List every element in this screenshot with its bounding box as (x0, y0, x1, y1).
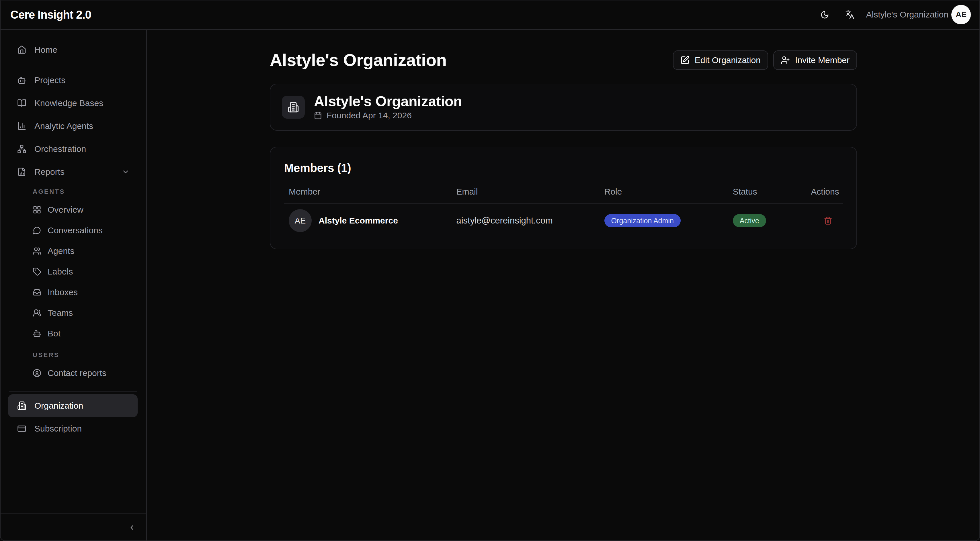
users-icon (33, 247, 41, 255)
user-plus-icon (781, 56, 790, 65)
edit-organization-button[interactable]: Edit Organization (673, 51, 768, 70)
layout-grid-icon (33, 205, 41, 214)
sidebar-item-conversations[interactable]: Conversations (32, 220, 138, 241)
languages-icon (845, 10, 854, 19)
square-pen-icon (680, 56, 690, 65)
sidebar-item-home[interactable]: Home (8, 38, 138, 61)
sidebar-item-overview[interactable]: Overview (32, 200, 138, 220)
circle-user-icon (33, 369, 41, 378)
invite-member-label: Invite Member (795, 55, 850, 65)
moon-icon (820, 10, 829, 19)
sidebar-item-inboxes[interactable]: Inboxes (32, 282, 138, 303)
sidebar-item-label: Analytic Agents (34, 121, 93, 131)
chevron-left-icon (128, 524, 135, 531)
organization-card: Alstyle's Organization Founded Apr 14, 2… (270, 84, 857, 131)
delete-member-button[interactable] (820, 214, 836, 227)
sidebar-item-label: Inboxes (48, 287, 78, 297)
app-body: Home Projects Knowledge Bases Analytic A… (0, 30, 980, 541)
reports-submenu: AGENTS Overview Conversations Agents (18, 183, 138, 383)
users-round-icon (33, 309, 41, 317)
sidebar-collapse-button[interactable] (124, 519, 140, 536)
sidebar-item-organization[interactable]: Organization (8, 394, 138, 417)
members-card: Members (1) Member Email Role Status Act (270, 147, 857, 249)
sidebar-item-label: Projects (34, 75, 65, 85)
founded-text: Founded Apr 14, 2026 (326, 111, 412, 121)
status-badge: Active (733, 214, 766, 227)
edit-organization-label: Edit Organization (695, 55, 760, 65)
content-container: Alstyle's Organization Edit Organization… (270, 50, 857, 249)
table-header-row: Member Email Role Status Actions (284, 182, 843, 204)
theme-toggle-button[interactable] (815, 4, 834, 25)
members-title: Members (1) (284, 161, 843, 175)
member-cell: AE Alstyle Ecommerce (289, 209, 452, 232)
sidebar-item-label: Agents (48, 246, 74, 256)
sidebar-item-reports[interactable]: Reports (8, 160, 138, 183)
column-header-email: Email (452, 182, 600, 204)
bot-icon (33, 329, 41, 338)
sidebar-item-contact-reports[interactable]: Contact reports (32, 363, 138, 383)
member-name: Alstyle Ecommerce (318, 216, 398, 225)
member-email: aistyle@cereinsight.com (456, 216, 552, 225)
organization-founded: Founded Apr 14, 2026 (314, 111, 462, 121)
sidebar-item-label: Orchestration (34, 144, 86, 154)
role-badge: Organization Admin (605, 214, 681, 227)
app-brand: Cere Insight 2.0 (10, 8, 91, 21)
chart-column-icon (17, 122, 26, 131)
sidebar-item-label: Contact reports (48, 368, 107, 378)
sidebar-item-label: Knowledge Bases (34, 98, 103, 108)
table-row: AE Alstyle Ecommerce aistyle@cereinsight… (284, 204, 843, 237)
message-circle-icon (33, 226, 41, 235)
app-shell: Cere Insight 2.0 Alstyle's Organization … (0, 0, 980, 541)
building-icon (288, 102, 299, 113)
column-header-status: Status (728, 182, 807, 204)
network-icon (17, 144, 26, 154)
book-open-icon (17, 98, 26, 108)
sidebar: Home Projects Knowledge Bases Analytic A… (0, 30, 147, 541)
column-header-role: Role (600, 182, 728, 204)
sidebar-item-labels[interactable]: Labels (32, 261, 138, 282)
top-bar-right: Alstyle's Organization AE (815, 4, 971, 25)
trash-icon (824, 216, 832, 225)
sidebar-item-label: Organization (34, 401, 83, 411)
sidebar-item-knowledge-bases[interactable]: Knowledge Bases (8, 92, 138, 114)
sidebar-item-bot[interactable]: Bot (32, 323, 138, 344)
language-button[interactable] (841, 4, 859, 25)
user-avatar[interactable]: AE (951, 5, 971, 24)
bot-icon (17, 76, 26, 85)
section-label-agents: AGENTS (32, 183, 138, 200)
credit-card-icon (17, 424, 26, 433)
file-chart-column-icon (17, 167, 26, 176)
members-table: Member Email Role Status Actions (284, 182, 843, 237)
main-content: Alstyle's Organization Edit Organization… (147, 30, 980, 541)
organization-info: Alstyle's Organization Founded Apr 14, 2… (314, 94, 462, 121)
page-title: Alstyle's Organization (270, 50, 447, 70)
sidebar-item-label: Conversations (48, 225, 103, 235)
sidebar-divider (9, 65, 137, 65)
building-icon (17, 401, 26, 410)
top-bar: Cere Insight 2.0 Alstyle's Organization … (0, 0, 980, 30)
sidebar-item-teams[interactable]: Teams (32, 303, 138, 323)
sidebar-divider (9, 392, 137, 392)
sidebar-nav: Home Projects Knowledge Bases Analytic A… (0, 38, 146, 514)
tag-icon (33, 267, 41, 276)
organization-name: Alstyle's Organization (314, 94, 462, 109)
house-icon (17, 45, 26, 54)
sidebar-footer (0, 514, 146, 541)
page-actions: Edit Organization Invite Member (673, 51, 857, 70)
chevron-down-icon (121, 168, 130, 176)
invite-member-button[interactable]: Invite Member (773, 51, 857, 70)
sidebar-item-label: Teams (48, 308, 73, 318)
sidebar-item-orchestration[interactable]: Orchestration (8, 138, 138, 160)
sidebar-item-label: Bot (48, 329, 60, 338)
sidebar-item-subscription[interactable]: Subscription (8, 417, 138, 440)
sidebar-item-analytic-agents[interactable]: Analytic Agents (8, 114, 138, 138)
sidebar-item-agents[interactable]: Agents (32, 241, 138, 261)
sidebar-item-label: Home (34, 45, 57, 55)
page-header: Alstyle's Organization Edit Organization… (270, 50, 857, 70)
inbox-icon (33, 288, 41, 297)
organization-icon-box (282, 96, 305, 119)
column-header-actions: Actions (806, 182, 843, 204)
sidebar-item-projects[interactable]: Projects (8, 69, 138, 92)
column-header-member: Member (284, 182, 452, 204)
sidebar-item-label: Subscription (34, 424, 82, 433)
